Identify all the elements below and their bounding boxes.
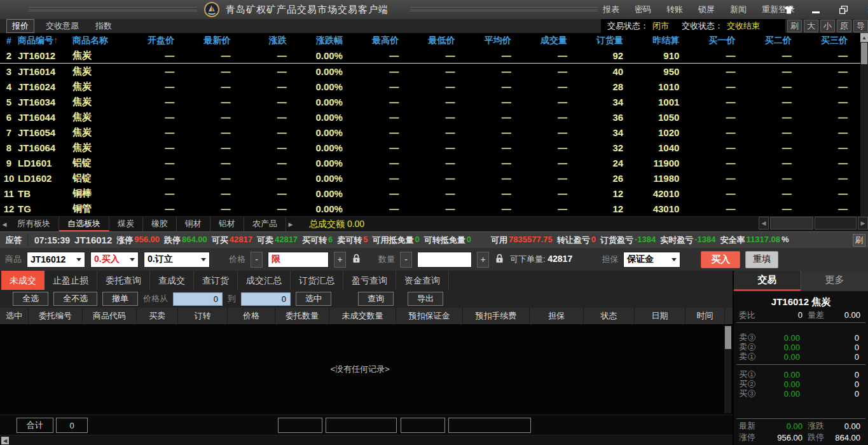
- reset-button[interactable]: 重填: [745, 251, 778, 268]
- quote-column-header[interactable]: 买二价: [748, 35, 804, 46]
- restore-icon[interactable]: [838, 4, 848, 15]
- board-tab[interactable]: 橡胶: [143, 217, 177, 232]
- order-tab[interactable]: 查成交: [150, 271, 194, 290]
- scroll-left-icon[interactable]: ◀: [759, 217, 769, 229]
- price-lock-icon[interactable]: [352, 254, 361, 265]
- orders-column-header[interactable]: 预扣手续费: [463, 308, 530, 324]
- view-tool-button[interactable]: 导: [853, 20, 868, 32]
- titlebar-menu-item[interactable]: 新闻: [730, 4, 747, 15]
- qty-lock-icon[interactable]: [495, 254, 504, 265]
- quote-column-header[interactable]: 成交量: [524, 35, 580, 46]
- price-input[interactable]: [268, 252, 329, 268]
- scroll-right-icon[interactable]: ▶: [858, 217, 868, 229]
- scroll-left-icon[interactable]: ◀: [1, 437, 9, 444]
- cancel-order-button[interactable]: 撤单: [102, 292, 138, 306]
- view-tool-button[interactable]: 原: [837, 20, 851, 32]
- buy-button[interactable]: 买入: [701, 251, 740, 268]
- product-select[interactable]: JT16012: [27, 252, 85, 268]
- board-hscrollbar[interactable]: ◀ ▶: [757, 217, 868, 231]
- order-tab[interactable]: 未成交: [1, 271, 45, 290]
- board-tabs-scroll-left-icon[interactable]: ◀: [0, 221, 9, 228]
- board-tab[interactable]: 农产品: [244, 217, 286, 232]
- order-tab[interactable]: 订货汇总: [291, 271, 343, 290]
- orders-column-header[interactable]: 委托数量: [275, 308, 329, 324]
- select-none-button[interactable]: 全不选: [53, 292, 97, 306]
- quote-column-header[interactable]: 订货量: [580, 35, 636, 46]
- quote-column-header[interactable]: 涨跌: [243, 35, 299, 46]
- orders-column-header[interactable]: 委托编号: [29, 308, 83, 324]
- view-tool-button[interactable]: 大: [804, 20, 818, 32]
- quote-row[interactable]: 6JT16044焦炭———0.00%————361050———: [0, 109, 860, 125]
- orders-column-header[interactable]: 商品代码: [83, 308, 137, 324]
- quote-column-header[interactable]: 商品编号↑: [18, 35, 72, 46]
- panel-tab[interactable]: 更多: [801, 271, 868, 291]
- price-to-input[interactable]: [241, 292, 291, 306]
- board-tab[interactable]: 所有板块: [9, 217, 59, 232]
- orders-column-header[interactable]: 日期: [635, 308, 685, 324]
- order-tab[interactable]: 止盈止损: [45, 271, 97, 290]
- titlebar-menu-item[interactable]: 转账: [666, 4, 683, 15]
- scroll-up-icon[interactable]: ▲: [860, 33, 868, 42]
- quote-scrollbar[interactable]: ▲: [860, 33, 868, 216]
- board-tab[interactable]: 自选板块: [59, 217, 109, 232]
- refresh-button[interactable]: 刷: [853, 234, 865, 247]
- qty-decrement-button[interactable]: -: [400, 252, 412, 268]
- skin-icon[interactable]: [783, 4, 794, 15]
- quote-row[interactable]: 8JT16064焦炭———0.00%————321040———: [0, 140, 860, 155]
- quote-row[interactable]: 2JT16012焦炭———0.00%————92910———: [0, 48, 860, 64]
- order-tab[interactable]: 委托查询: [97, 271, 150, 290]
- quote-column-header[interactable]: 涨跌幅: [300, 35, 355, 46]
- quote-row[interactable]: 4JT16024焦炭———0.00%————281010———: [0, 79, 860, 94]
- panel-tab[interactable]: 交易: [734, 271, 801, 291]
- orders-column-header[interactable]: 预扣保证金: [396, 308, 463, 324]
- board-tab[interactable]: 铜材: [177, 217, 210, 232]
- margin-select[interactable]: 保证金: [623, 252, 680, 268]
- titlebar-menu-item[interactable]: 锁屏: [698, 4, 715, 15]
- orders-column-header[interactable]: 选中: [0, 308, 29, 324]
- query-button[interactable]: 查询: [358, 292, 394, 306]
- order-type-select[interactable]: 0.订立: [144, 252, 210, 268]
- menu-tab[interactable]: 报价: [6, 19, 34, 33]
- quote-column-header[interactable]: 最新价: [187, 35, 243, 46]
- export-button[interactable]: 导出: [408, 292, 443, 306]
- quote-row[interactable]: 3JT16014焦炭———0.00%————40950———: [0, 64, 860, 79]
- orders-hscrollbar[interactable]: ◀: [0, 435, 733, 445]
- quote-column-header[interactable]: 最高价: [355, 35, 411, 46]
- quote-column-header[interactable]: 最低价: [411, 35, 467, 46]
- orders-column-header[interactable]: 担保: [530, 308, 584, 324]
- titlebar-menu-item[interactable]: 报表: [603, 4, 619, 15]
- titlebar-menu-item[interactable]: 密码: [635, 4, 651, 15]
- order-tab[interactable]: 查订货: [194, 271, 238, 290]
- orders-column-header[interactable]: 时间: [685, 308, 725, 324]
- quote-row[interactable]: 7JT16054焦炭———0.00%————341020———: [0, 125, 860, 140]
- quote-column-header[interactable]: 买一价: [692, 35, 748, 46]
- select-all-button[interactable]: 全选: [13, 292, 48, 306]
- qty-input[interactable]: [417, 252, 472, 268]
- quote-row[interactable]: 11TB铜棒———0.00%————1242010———: [0, 186, 860, 201]
- board-tabs-scroll-right-icon[interactable]: ▶: [286, 221, 295, 228]
- quote-row[interactable]: 10LD1602铝锭———0.00%————2611980———: [0, 170, 860, 186]
- orders-scrollbar[interactable]: [724, 325, 731, 413]
- order-tab[interactable]: 资金查询: [396, 271, 449, 290]
- view-tool-button[interactable]: 小: [820, 20, 835, 32]
- order-tab[interactable]: 盈亏查询: [343, 271, 396, 290]
- orders-column-header[interactable]: 状态: [584, 308, 635, 324]
- quote-row[interactable]: 9LD1601铝锭———0.00%————2411900———: [0, 155, 860, 170]
- quote-column-header[interactable]: 昨结算: [636, 35, 692, 46]
- scrollbar-track[interactable]: [815, 217, 857, 229]
- minimize-icon[interactable]: [811, 4, 821, 15]
- side-select[interactable]: 0.买入: [90, 252, 139, 268]
- price-decrement-button[interactable]: -: [251, 252, 263, 268]
- orders-column-header[interactable]: 价格: [228, 308, 275, 324]
- view-tool-button[interactable]: 刷: [787, 20, 802, 32]
- price-from-input[interactable]: [173, 292, 223, 306]
- qty-increment-button[interactable]: +: [477, 252, 489, 268]
- scrollbar-thumb[interactable]: [725, 326, 731, 349]
- selected-button[interactable]: 选中: [296, 292, 331, 306]
- quote-column-header[interactable]: 开盘价: [131, 35, 187, 46]
- board-tab[interactable]: 铝材: [210, 217, 244, 232]
- board-tab[interactable]: 煤炭: [109, 217, 143, 232]
- close-icon[interactable]: ×: [865, 4, 868, 15]
- quote-column-header[interactable]: 平均价: [467, 35, 523, 46]
- menu-tab[interactable]: 指数: [90, 20, 117, 32]
